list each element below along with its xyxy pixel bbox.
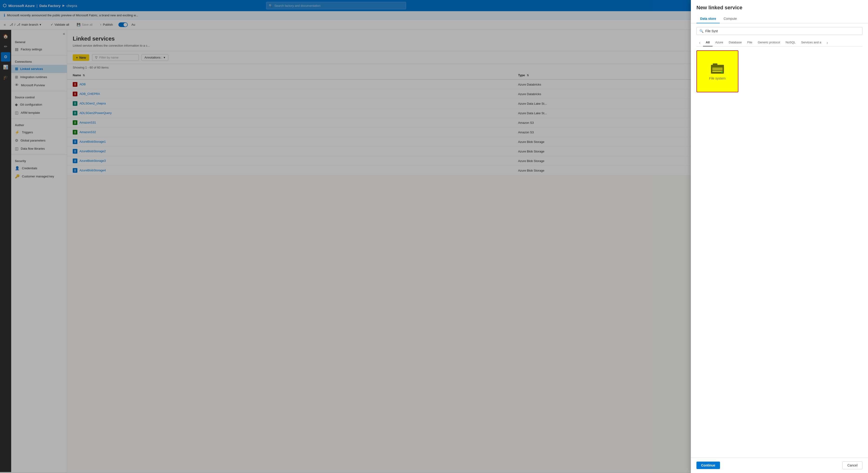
cat-tab-services[interactable]: Services and a [798, 39, 824, 46]
tab-data-store[interactable]: Data store [696, 14, 720, 23]
file-system-icon [711, 62, 724, 74]
category-next-button[interactable]: › [824, 39, 831, 46]
panel-header: New linked service Data store Compute [691, 0, 868, 23]
file-system-label: File system [709, 76, 726, 80]
panel-footer: Continue Cancel [691, 458, 868, 472]
cat-tab-azure[interactable]: Azure [713, 39, 726, 46]
panel-body: 🔍 ‹ All Azure Database File Generic prot… [691, 23, 868, 458]
continue-button[interactable]: Continue [696, 462, 720, 469]
panel-tabs: Data store Compute [696, 14, 862, 23]
category-tabs: ‹ All Azure Database File Generic protoc… [696, 39, 862, 46]
cat-tab-generic[interactable]: Generic protocol [755, 39, 783, 46]
category-prev-button[interactable]: ‹ [696, 39, 703, 46]
cancel-button[interactable]: Cancel [842, 461, 862, 469]
panel-search-icon: 🔍 [700, 29, 704, 33]
cat-tab-database[interactable]: Database [726, 39, 745, 46]
panel-search-bar[interactable]: 🔍 [696, 27, 862, 35]
new-linked-service-panel: New linked service Data store Compute 🔍 … [691, 0, 868, 472]
cat-tab-all[interactable]: All [703, 39, 713, 46]
tab-compute[interactable]: Compute [720, 14, 741, 23]
cat-tab-file[interactable]: File [744, 39, 755, 46]
panel-search-input[interactable] [705, 29, 859, 33]
cat-tab-nosql[interactable]: NoSQL [783, 39, 799, 46]
file-system-card[interactable]: File system [696, 50, 738, 92]
panel-title: New linked service [696, 5, 862, 11]
